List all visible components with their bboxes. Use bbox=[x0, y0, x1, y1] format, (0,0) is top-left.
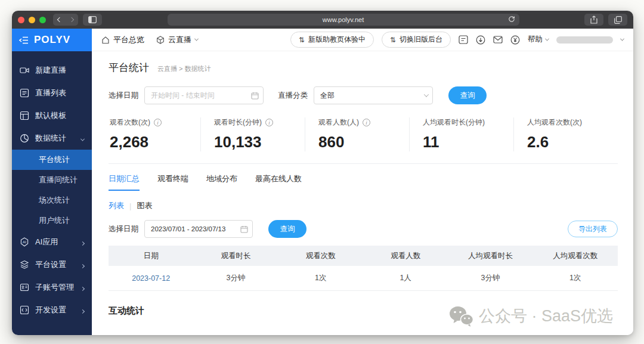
new-assistant-pill-button[interactable]: ⇅ 新版助教页体验中 bbox=[290, 32, 374, 48]
cell-watch-duration: 3分钟 bbox=[193, 273, 278, 283]
table-row: 2023-07-12 3分钟 1次 1人 3分钟 1次 bbox=[109, 266, 618, 291]
nav-cloud-live[interactable]: 云直播 bbox=[156, 35, 198, 45]
chevron-right-icon bbox=[81, 283, 84, 292]
nav-buttons bbox=[53, 14, 78, 26]
maximize-window-button[interactable] bbox=[39, 17, 46, 23]
nav-label: 平台总览 bbox=[113, 35, 144, 45]
tab-date-summary[interactable]: 日期汇总 bbox=[109, 173, 140, 191]
sidebar-item-label: 数据统计 bbox=[35, 133, 66, 144]
tabs-icon bbox=[614, 16, 622, 24]
sidebar-item-default-template[interactable]: 默认模板 bbox=[12, 104, 92, 127]
sidebar-item-platform-settings[interactable]: 平台设置 bbox=[12, 253, 92, 276]
stat-value: 11 bbox=[423, 133, 513, 151]
column-header: 人均观看次数 bbox=[533, 251, 618, 261]
date-range-input[interactable] bbox=[144, 86, 264, 104]
column-header: 观看时长 bbox=[193, 251, 278, 261]
download-icon bbox=[476, 35, 485, 45]
sidebar-item-label: 子账号管理 bbox=[35, 282, 74, 293]
svg-text:AI: AI bbox=[23, 240, 26, 244]
chevron-down-icon[interactable] bbox=[620, 37, 624, 41]
stat-value: 10,133 bbox=[214, 133, 305, 151]
info-icon[interactable] bbox=[154, 119, 162, 126]
notice-button[interactable] bbox=[459, 35, 468, 44]
sidebar-item-dev-settings[interactable]: 开发设置 bbox=[12, 299, 92, 321]
pie-chart-icon bbox=[20, 134, 29, 143]
chart-view-toggle[interactable]: 图表 bbox=[137, 200, 152, 211]
table-query-button[interactable]: 查询 bbox=[268, 220, 306, 238]
info-icon[interactable] bbox=[265, 119, 273, 126]
tabs-overview-button[interactable] bbox=[608, 14, 627, 26]
help-menu[interactable]: 帮助 bbox=[528, 35, 549, 45]
collapse-menu-icon[interactable] bbox=[19, 36, 29, 44]
yuan-icon bbox=[510, 35, 520, 45]
code-icon bbox=[20, 305, 29, 315]
address-bar[interactable]: www.polyv.net bbox=[168, 14, 519, 26]
video-camera-icon bbox=[20, 66, 29, 75]
stat-card-duration: 观看时长(分钟) 10,133 bbox=[200, 117, 305, 151]
download-button[interactable] bbox=[476, 35, 485, 45]
sidebar-item-live-list[interactable]: 直播列表 bbox=[12, 82, 92, 104]
share-button[interactable] bbox=[584, 14, 603, 26]
messages-button[interactable] bbox=[493, 36, 503, 44]
minimize-window-button[interactable] bbox=[29, 17, 35, 23]
cube-icon bbox=[156, 36, 165, 44]
sidebar-item-label: 新建直播 bbox=[35, 65, 66, 76]
sidebar-nav: 新建直播 直播列表 默认模板 bbox=[12, 51, 92, 321]
cell-viewer-count: 1人 bbox=[363, 273, 448, 283]
chevron-down-icon bbox=[194, 37, 199, 41]
close-window-button[interactable] bbox=[18, 17, 24, 23]
view-toggle: 列表 | 图表 bbox=[109, 200, 618, 211]
chevron-down-icon bbox=[81, 134, 84, 143]
sidebar-subitem-session-stats[interactable]: 场次统计 bbox=[12, 190, 92, 210]
sidebar-item-label: AI应用 bbox=[35, 237, 58, 247]
stat-label: 观看人数(人) bbox=[318, 117, 359, 128]
forward-icon[interactable] bbox=[69, 17, 74, 22]
app-header: 平台总览 云直播 ⇅ 新版助教页体验中 ⇅ 切换旧版 bbox=[92, 29, 633, 51]
date-filter-label: 选择日期 bbox=[109, 91, 138, 101]
sidebar-subitem-user-stats[interactable]: 用户统计 bbox=[12, 210, 92, 231]
stat-value: 2.6 bbox=[527, 133, 618, 151]
polyv-logo: POLYV bbox=[34, 34, 70, 46]
reload-icon[interactable] bbox=[508, 16, 515, 24]
date-summary-table: 日期 观看时长 观看次数 观看人数 人均观看时长 人均观看次数 2023-07-… bbox=[109, 246, 618, 291]
category-filter-label: 直播分类 bbox=[278, 91, 308, 101]
table-date-range-input[interactable] bbox=[144, 220, 253, 238]
sidebar-toggle-button[interactable] bbox=[83, 14, 102, 26]
tab-peak-online[interactable]: 最高在线人数 bbox=[255, 173, 302, 191]
ai-icon: AI bbox=[20, 237, 29, 247]
wechat-icon bbox=[448, 305, 473, 327]
chevron-down-icon bbox=[545, 37, 549, 41]
sidebar-item-data-stats[interactable]: 数据统计 bbox=[12, 127, 92, 150]
category-select[interactable] bbox=[314, 86, 433, 104]
sidebar-subitem-platform-stats[interactable]: 平台统计 bbox=[12, 150, 92, 170]
home-icon bbox=[101, 36, 110, 44]
logo-bar: POLYV bbox=[12, 29, 92, 51]
stat-value: 860 bbox=[318, 133, 409, 151]
sidebar-subitem-label: 平台统计 bbox=[39, 154, 70, 165]
stat-label: 人均观看时长(分钟) bbox=[423, 117, 485, 128]
switch-old-version-pill-button[interactable]: ⇅ 切换旧版后台 bbox=[382, 32, 451, 48]
sidebar-item-subaccount[interactable]: 子账号管理 bbox=[12, 276, 92, 299]
sidebar-item-new-live[interactable]: 新建直播 bbox=[12, 59, 92, 82]
column-header: 人均观看时长 bbox=[448, 251, 532, 261]
account-name-redacted[interactable] bbox=[556, 36, 613, 44]
tab-region[interactable]: 地域分布 bbox=[206, 173, 237, 191]
url-text: www.polyv.net bbox=[323, 16, 364, 23]
sidebar-item-ai-apps[interactable]: AI AI应用 bbox=[12, 231, 92, 253]
nav-platform-overview[interactable]: 平台总览 bbox=[101, 35, 144, 45]
tab-device[interactable]: 观看终端 bbox=[157, 173, 188, 191]
info-icon[interactable] bbox=[363, 119, 370, 126]
query-button[interactable]: 查询 bbox=[448, 86, 487, 104]
column-header: 观看人数 bbox=[363, 251, 448, 261]
export-list-button[interactable]: 导出列表 bbox=[568, 221, 618, 237]
billing-button[interactable] bbox=[510, 35, 520, 45]
cell-date[interactable]: 2023-07-12 bbox=[109, 274, 193, 283]
cell-view-count: 1次 bbox=[278, 273, 363, 283]
stat-card-avg-views: 人均观看次数(次) 2.6 bbox=[513, 117, 618, 151]
back-icon[interactable] bbox=[57, 17, 62, 22]
list-view-toggle[interactable]: 列表 bbox=[109, 200, 124, 211]
breadcrumb: 云直播 > 数据统计 bbox=[157, 64, 211, 73]
sidebar-item-label: 平台设置 bbox=[35, 259, 66, 270]
sidebar-subitem-room-stats[interactable]: 直播间统计 bbox=[12, 170, 92, 190]
cell-avg-duration: 3分钟 bbox=[448, 273, 532, 283]
